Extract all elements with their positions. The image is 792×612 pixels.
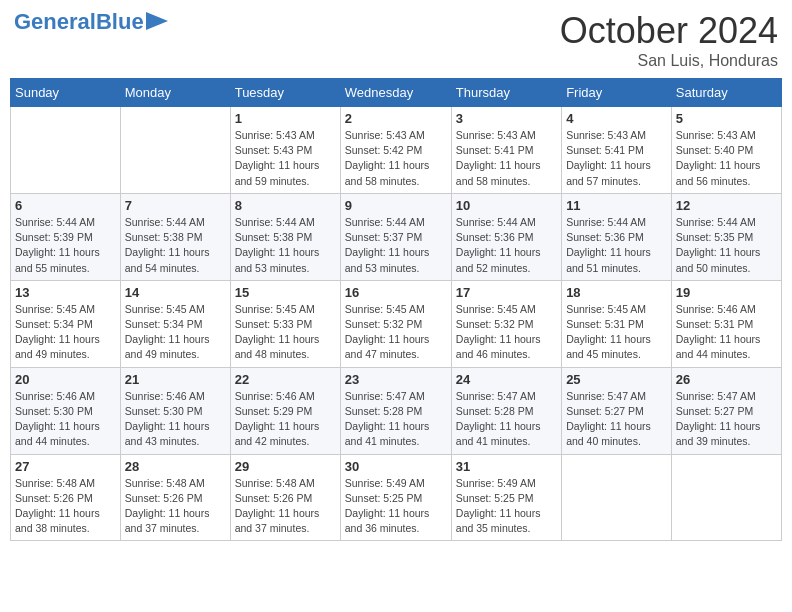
calendar-cell: 25Sunrise: 5:47 AMSunset: 5:27 PMDayligh…: [562, 367, 672, 454]
calendar-cell: 16Sunrise: 5:45 AMSunset: 5:32 PMDayligh…: [340, 280, 451, 367]
day-number: 31: [456, 459, 557, 474]
day-number: 28: [125, 459, 226, 474]
day-number: 29: [235, 459, 336, 474]
calendar-cell: 15Sunrise: 5:45 AMSunset: 5:33 PMDayligh…: [230, 280, 340, 367]
weekday-header-friday: Friday: [562, 79, 672, 107]
day-number: 19: [676, 285, 777, 300]
day-number: 6: [15, 198, 116, 213]
calendar-cell: 5Sunrise: 5:43 AMSunset: 5:40 PMDaylight…: [671, 107, 781, 194]
day-number: 12: [676, 198, 777, 213]
calendar-cell: 29Sunrise: 5:48 AMSunset: 5:26 PMDayligh…: [230, 454, 340, 541]
day-info: Sunrise: 5:43 AMSunset: 5:42 PMDaylight:…: [345, 128, 447, 189]
day-info: Sunrise: 5:43 AMSunset: 5:43 PMDaylight:…: [235, 128, 336, 189]
day-info: Sunrise: 5:45 AMSunset: 5:34 PMDaylight:…: [15, 302, 116, 363]
day-info: Sunrise: 5:43 AMSunset: 5:41 PMDaylight:…: [566, 128, 667, 189]
day-number: 24: [456, 372, 557, 387]
calendar-cell: 12Sunrise: 5:44 AMSunset: 5:35 PMDayligh…: [671, 193, 781, 280]
weekday-header-row: SundayMondayTuesdayWednesdayThursdayFrid…: [11, 79, 782, 107]
day-number: 20: [15, 372, 116, 387]
calendar-cell: 4Sunrise: 5:43 AMSunset: 5:41 PMDaylight…: [562, 107, 672, 194]
day-info: Sunrise: 5:44 AMSunset: 5:36 PMDaylight:…: [566, 215, 667, 276]
week-row-4: 20Sunrise: 5:46 AMSunset: 5:30 PMDayligh…: [11, 367, 782, 454]
calendar-cell: 8Sunrise: 5:44 AMSunset: 5:38 PMDaylight…: [230, 193, 340, 280]
logo-text: GeneralBlue: [14, 11, 144, 33]
calendar-cell: 19Sunrise: 5:46 AMSunset: 5:31 PMDayligh…: [671, 280, 781, 367]
day-number: 27: [15, 459, 116, 474]
calendar-cell: 18Sunrise: 5:45 AMSunset: 5:31 PMDayligh…: [562, 280, 672, 367]
day-info: Sunrise: 5:44 AMSunset: 5:38 PMDaylight:…: [235, 215, 336, 276]
calendar-cell: [562, 454, 672, 541]
day-info: Sunrise: 5:45 AMSunset: 5:32 PMDaylight:…: [345, 302, 447, 363]
logo: GeneralBlue: [14, 10, 168, 34]
calendar-cell: 9Sunrise: 5:44 AMSunset: 5:37 PMDaylight…: [340, 193, 451, 280]
day-info: Sunrise: 5:49 AMSunset: 5:25 PMDaylight:…: [345, 476, 447, 537]
day-info: Sunrise: 5:46 AMSunset: 5:31 PMDaylight:…: [676, 302, 777, 363]
week-row-2: 6Sunrise: 5:44 AMSunset: 5:39 PMDaylight…: [11, 193, 782, 280]
day-number: 16: [345, 285, 447, 300]
day-number: 4: [566, 111, 667, 126]
day-info: Sunrise: 5:48 AMSunset: 5:26 PMDaylight:…: [125, 476, 226, 537]
day-info: Sunrise: 5:47 AMSunset: 5:27 PMDaylight:…: [566, 389, 667, 450]
weekday-header-saturday: Saturday: [671, 79, 781, 107]
day-number: 15: [235, 285, 336, 300]
calendar-cell: 13Sunrise: 5:45 AMSunset: 5:34 PMDayligh…: [11, 280, 121, 367]
weekday-header-monday: Monday: [120, 79, 230, 107]
weekday-header-sunday: Sunday: [11, 79, 121, 107]
day-info: Sunrise: 5:45 AMSunset: 5:33 PMDaylight:…: [235, 302, 336, 363]
day-number: 22: [235, 372, 336, 387]
week-row-1: 1Sunrise: 5:43 AMSunset: 5:43 PMDaylight…: [11, 107, 782, 194]
day-number: 11: [566, 198, 667, 213]
calendar-cell: 27Sunrise: 5:48 AMSunset: 5:26 PMDayligh…: [11, 454, 121, 541]
page-header: GeneralBlue October 2024 San Luis, Hondu…: [10, 10, 782, 70]
calendar-cell: 20Sunrise: 5:46 AMSunset: 5:30 PMDayligh…: [11, 367, 121, 454]
weekday-header-thursday: Thursday: [451, 79, 561, 107]
title-block: October 2024 San Luis, Honduras: [560, 10, 778, 70]
day-number: 5: [676, 111, 777, 126]
day-info: Sunrise: 5:49 AMSunset: 5:25 PMDaylight:…: [456, 476, 557, 537]
day-info: Sunrise: 5:43 AMSunset: 5:41 PMDaylight:…: [456, 128, 557, 189]
week-row-5: 27Sunrise: 5:48 AMSunset: 5:26 PMDayligh…: [11, 454, 782, 541]
day-number: 21: [125, 372, 226, 387]
day-number: 8: [235, 198, 336, 213]
calendar-table: SundayMondayTuesdayWednesdayThursdayFrid…: [10, 78, 782, 541]
day-info: Sunrise: 5:44 AMSunset: 5:38 PMDaylight:…: [125, 215, 226, 276]
calendar-cell: 7Sunrise: 5:44 AMSunset: 5:38 PMDaylight…: [120, 193, 230, 280]
day-info: Sunrise: 5:43 AMSunset: 5:40 PMDaylight:…: [676, 128, 777, 189]
day-info: Sunrise: 5:46 AMSunset: 5:30 PMDaylight:…: [125, 389, 226, 450]
calendar-cell: 23Sunrise: 5:47 AMSunset: 5:28 PMDayligh…: [340, 367, 451, 454]
calendar-cell: 31Sunrise: 5:49 AMSunset: 5:25 PMDayligh…: [451, 454, 561, 541]
calendar-cell: 22Sunrise: 5:46 AMSunset: 5:29 PMDayligh…: [230, 367, 340, 454]
calendar-cell: 3Sunrise: 5:43 AMSunset: 5:41 PMDaylight…: [451, 107, 561, 194]
day-info: Sunrise: 5:44 AMSunset: 5:37 PMDaylight:…: [345, 215, 447, 276]
day-info: Sunrise: 5:48 AMSunset: 5:26 PMDaylight:…: [235, 476, 336, 537]
logo-arrow-icon: [146, 12, 168, 30]
day-number: 30: [345, 459, 447, 474]
day-info: Sunrise: 5:48 AMSunset: 5:26 PMDaylight:…: [15, 476, 116, 537]
week-row-3: 13Sunrise: 5:45 AMSunset: 5:34 PMDayligh…: [11, 280, 782, 367]
calendar-cell: 26Sunrise: 5:47 AMSunset: 5:27 PMDayligh…: [671, 367, 781, 454]
day-info: Sunrise: 5:45 AMSunset: 5:32 PMDaylight:…: [456, 302, 557, 363]
calendar-cell: 30Sunrise: 5:49 AMSunset: 5:25 PMDayligh…: [340, 454, 451, 541]
day-info: Sunrise: 5:46 AMSunset: 5:29 PMDaylight:…: [235, 389, 336, 450]
day-info: Sunrise: 5:45 AMSunset: 5:31 PMDaylight:…: [566, 302, 667, 363]
day-info: Sunrise: 5:47 AMSunset: 5:27 PMDaylight:…: [676, 389, 777, 450]
calendar-cell: 14Sunrise: 5:45 AMSunset: 5:34 PMDayligh…: [120, 280, 230, 367]
day-number: 3: [456, 111, 557, 126]
day-info: Sunrise: 5:47 AMSunset: 5:28 PMDaylight:…: [456, 389, 557, 450]
day-number: 18: [566, 285, 667, 300]
day-number: 26: [676, 372, 777, 387]
weekday-header-tuesday: Tuesday: [230, 79, 340, 107]
calendar-cell: 28Sunrise: 5:48 AMSunset: 5:26 PMDayligh…: [120, 454, 230, 541]
weekday-header-wednesday: Wednesday: [340, 79, 451, 107]
day-number: 17: [456, 285, 557, 300]
day-number: 7: [125, 198, 226, 213]
month-title: October 2024: [560, 10, 778, 52]
calendar-cell: 17Sunrise: 5:45 AMSunset: 5:32 PMDayligh…: [451, 280, 561, 367]
day-info: Sunrise: 5:44 AMSunset: 5:39 PMDaylight:…: [15, 215, 116, 276]
day-number: 14: [125, 285, 226, 300]
calendar-cell: 21Sunrise: 5:46 AMSunset: 5:30 PMDayligh…: [120, 367, 230, 454]
day-number: 23: [345, 372, 447, 387]
calendar-cell: [11, 107, 121, 194]
day-info: Sunrise: 5:45 AMSunset: 5:34 PMDaylight:…: [125, 302, 226, 363]
day-number: 13: [15, 285, 116, 300]
